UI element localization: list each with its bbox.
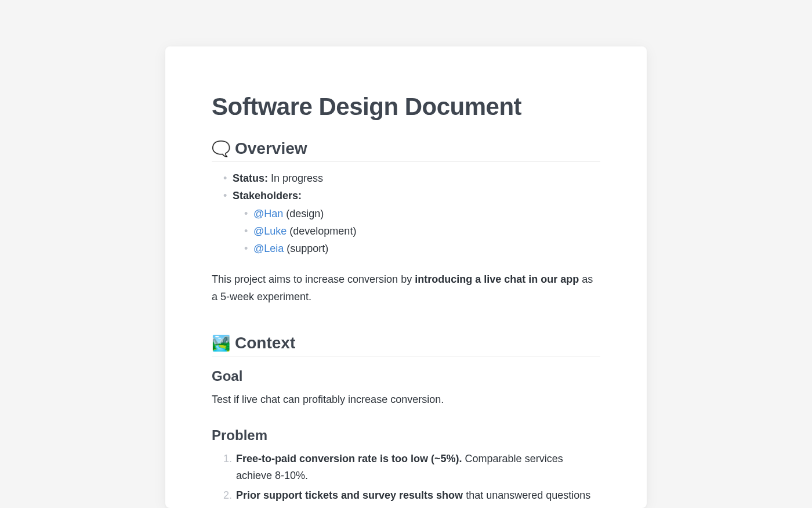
stakeholder-item: @Luke (development)	[244, 223, 600, 240]
problem-item: Prior support tickets and survey results…	[223, 487, 600, 508]
summary-pre: This project aims to increase conversion…	[212, 273, 415, 285]
stakeholders-list: @Han (design) @Luke (development) @Leia …	[233, 206, 600, 257]
mention-leia[interactable]: @Leia	[253, 243, 284, 254]
landscape-icon: 🏞️	[212, 336, 230, 351]
problem-list: Free-to-paid conversion rate is too low …	[212, 451, 600, 509]
stakeholder-item: @Han (design)	[244, 206, 600, 223]
problem-heading: Problem	[212, 427, 600, 444]
section-heading-context: 🏞️ Context	[212, 334, 600, 356]
goal-text: Test if live chat can profitably increas…	[212, 391, 600, 409]
summary-bold: introducing a live chat in our app	[415, 273, 579, 285]
document-card: Software Design Document 🗨️ Overview Sta…	[165, 46, 647, 508]
status-row: Status: In progress	[223, 170, 600, 188]
stakeholders-row: Stakeholders: @Han (design) @Luke (devel…	[223, 188, 600, 258]
section-heading-overview: 🗨️ Overview	[212, 139, 600, 162]
speech-bubble-icon: 🗨️	[212, 141, 230, 156]
status-value: In progress	[268, 172, 323, 184]
stakeholder-role: (development)	[287, 225, 356, 237]
problem-bold: Prior support tickets and survey results…	[236, 489, 463, 501]
context-heading-text: Context	[235, 334, 295, 352]
overview-meta-list: Status: In progress Stakeholders: @Han (…	[212, 170, 600, 257]
stakeholders-label: Stakeholders:	[233, 190, 302, 201]
stakeholder-role: (support)	[284, 243, 328, 254]
problem-bold: Free-to-paid conversion rate is too low …	[236, 453, 462, 464]
stakeholder-role: (design)	[283, 208, 324, 219]
goal-heading: Goal	[212, 368, 600, 384]
stakeholder-item: @Leia (support)	[244, 240, 600, 258]
mention-han[interactable]: @Han	[253, 208, 283, 219]
overview-heading-text: Overview	[235, 139, 307, 158]
problem-item: Free-to-paid conversion rate is too low …	[223, 451, 600, 485]
mention-luke[interactable]: @Luke	[253, 225, 287, 237]
status-label: Status:	[233, 172, 268, 184]
document-title: Software Design Document	[212, 93, 600, 121]
overview-summary: This project aims to increase conversion…	[212, 271, 600, 305]
